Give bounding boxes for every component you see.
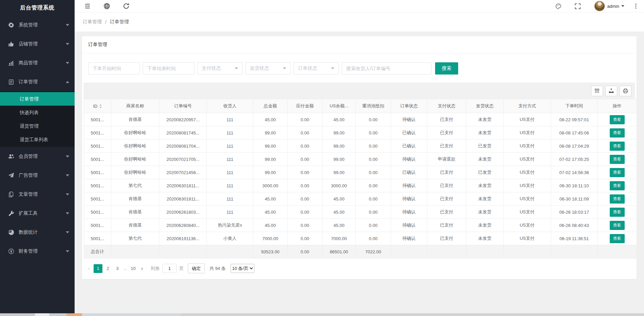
search-input[interactable] — [342, 62, 431, 75]
sidebar-item-finance[interactable]: 财务管理 — [0, 242, 75, 261]
cell-us_balance: 45.00 — [323, 219, 356, 232]
start-time-input[interactable] — [88, 62, 140, 75]
sidebar-item-shop[interactable]: 店铺管理 — [0, 35, 75, 54]
page-number-2[interactable]: 2 — [104, 264, 112, 273]
cell-payable: 0.00 — [288, 179, 323, 192]
user-name[interactable]: admin — [607, 4, 619, 9]
cell-pay_method: US支付 — [504, 113, 551, 126]
orders-table: ID商家名称订单编号收货人总金额应付金额US余额...重消池抵扣订单状态支付状态… — [84, 99, 637, 258]
cell-receiver: 111 — [207, 126, 253, 140]
cell-id: 5001... — [84, 126, 111, 140]
palette-icon[interactable] — [555, 3, 562, 9]
view-button[interactable]: 查看 — [610, 142, 625, 151]
next-page-button[interactable]: › — [138, 264, 146, 273]
cell-pay_status: 已支付 — [427, 232, 466, 245]
cell-pay_method: US支付 — [504, 153, 551, 166]
view-button[interactable]: 查看 — [610, 168, 625, 177]
breadcrumb-link[interactable]: 订单管理 — [83, 19, 102, 25]
sidebar-item-articles[interactable]: 文章管理 — [0, 185, 75, 204]
cell-action: 查看 — [598, 192, 637, 206]
page-number-1[interactable]: 1 — [94, 264, 102, 273]
cell-total: 45.00 — [253, 113, 288, 126]
view-button[interactable]: 查看 — [610, 115, 625, 124]
sidebar-item-members[interactable]: 会员管理 — [0, 147, 75, 166]
globe-icon[interactable] — [103, 3, 110, 9]
column-header-us_balance: US余额... — [323, 99, 356, 113]
sidebar-item-ads[interactable]: 广告管理 — [0, 166, 75, 185]
cell-us_balance: 45.00 — [323, 192, 356, 206]
sidebar-item-tools[interactable]: 扩展工具 — [0, 204, 75, 223]
view-button[interactable]: 查看 — [610, 221, 625, 230]
expand-icon[interactable] — [574, 3, 581, 9]
table-header: ID商家名称订单编号收货人总金额应付金额US余额...重消池抵扣订单状态支付状态… — [84, 99, 637, 113]
cell-us_balance: 99.00 — [323, 166, 356, 179]
chevron-down-icon — [331, 67, 334, 69]
page-number-10[interactable]: 10 — [129, 264, 137, 273]
toolbar-export-button[interactable] — [605, 86, 617, 96]
cell-payable: 0.00 — [288, 219, 323, 232]
cell-merchant: 你好啊哈哈 — [111, 153, 159, 166]
hand-icon — [8, 41, 14, 47]
cell-ship_status: 未发货 — [466, 192, 504, 206]
end-time-input[interactable] — [143, 62, 194, 75]
prev-page-button[interactable]: ‹ — [85, 264, 93, 273]
cell-receiver: 111 — [207, 179, 253, 192]
sidebar-subitem-return-tickets[interactable]: 退货工单列表 — [0, 133, 75, 146]
cell-payable: 0.00 — [288, 232, 323, 245]
table-header-row: ID商家名称订单编号收货人总金额应付金额US余额...重消池抵扣订单状态支付状态… — [84, 99, 637, 113]
cell-created: 06-26 18:03:17 — [551, 206, 598, 219]
collapse-icon[interactable] — [84, 3, 91, 9]
sidebar-subitem-return-mgmt[interactable]: 退货管理 — [0, 119, 75, 133]
sidebar-subitem-express-list[interactable]: 快递列表 — [0, 106, 75, 119]
sidebar-item-stats[interactable]: 数据统计 — [0, 223, 75, 242]
view-button[interactable]: 查看 — [610, 194, 625, 204]
caret-down-icon — [66, 174, 69, 176]
sidebar-item-goods[interactable]: 商品管理 — [0, 54, 75, 72]
view-button[interactable]: 查看 — [610, 208, 625, 217]
taskbar-segment — [0, 313, 35, 316]
sort-icon[interactable] — [99, 104, 102, 108]
cell-order_status: 待确认 — [391, 153, 427, 166]
sidebar-subitem-order-list[interactable]: 订单管理 — [0, 92, 75, 106]
cell-order_no: 202006261803... — [159, 206, 207, 219]
sidebar-item-system[interactable]: 系统管理 — [0, 16, 75, 35]
order-status-select[interactable]: 订单状态 — [294, 62, 339, 75]
view-button[interactable]: 查看 — [610, 128, 625, 138]
toolbar-columns-button[interactable] — [591, 86, 603, 96]
cell-pay_status: 已支付 — [427, 192, 466, 206]
column-header-created: 下单时间 — [551, 99, 598, 113]
more-menu-icon[interactable] — [633, 3, 639, 9]
summary-cell-ship_status — [466, 245, 504, 258]
taskbar-segment — [35, 313, 49, 316]
page-ellipsis: ... — [123, 266, 127, 271]
ship-status-select[interactable]: 发货状态 — [246, 62, 291, 75]
toolbar-print-button[interactable] — [620, 86, 631, 96]
cell-id: 5001... — [84, 179, 111, 192]
view-button[interactable]: 查看 — [610, 234, 625, 243]
view-button[interactable]: 查看 — [610, 181, 625, 190]
sidebar: 后台管理系统 系统管理店铺管理商品管理订单管理订单管理快递列表退货管理退货工单列… — [0, 0, 75, 316]
taskbar-segment — [181, 313, 644, 316]
per-page-select[interactable]: 10 条/页 — [231, 264, 254, 273]
chevron-down-icon[interactable] — [621, 5, 624, 7]
sidebar-item-orders[interactable]: 订单管理 — [0, 72, 75, 91]
column-header-total: 总金额 — [253, 99, 288, 113]
chart-icon — [8, 60, 14, 66]
page-number-3[interactable]: 3 — [113, 264, 121, 273]
goto-confirm-button[interactable]: 确定 — [188, 264, 205, 273]
cell-pay_status: 已支付 — [427, 113, 466, 126]
refresh-icon[interactable] — [123, 3, 130, 9]
cell-receiver: 热污染无若s — [207, 219, 253, 232]
cell-us_balance: 99.00 — [323, 153, 356, 166]
search-button[interactable]: 搜索 — [435, 62, 458, 75]
cell-ship_status: 未发货 — [466, 126, 504, 140]
cell-pay_method: US支付 — [504, 232, 551, 245]
goto-page-input[interactable] — [162, 264, 177, 273]
main-area: admin 订单管理 / 订单管理 订单管理 支付状态 — [75, 0, 644, 316]
caret-down-icon — [66, 62, 69, 64]
chevron-down-icon — [235, 67, 238, 69]
view-button[interactable]: 查看 — [610, 155, 625, 164]
cell-pay_status: 已支付 — [427, 179, 466, 192]
avatar[interactable] — [594, 1, 605, 11]
pay-status-select[interactable]: 支付状态 — [197, 62, 242, 75]
